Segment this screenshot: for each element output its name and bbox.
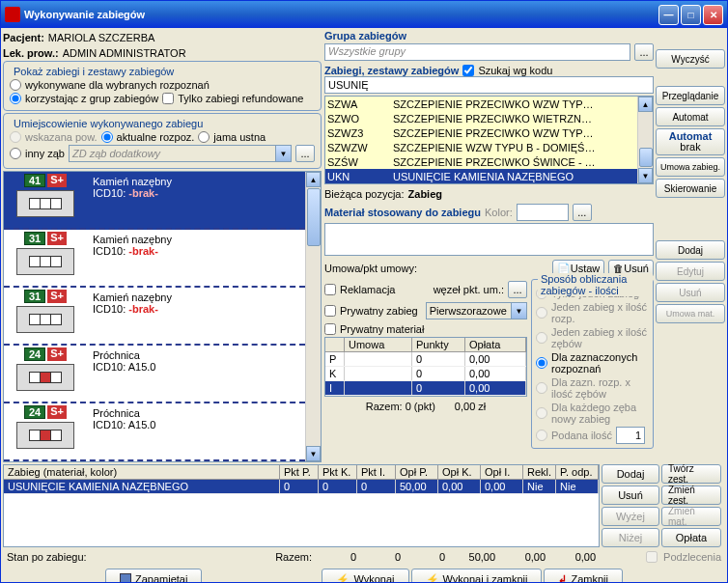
table-row[interactable]: USUNIĘCIE KAMIENIA NAZĘBNEGO00050,000,00… [4,480,599,494]
loc-opt4-radio[interactable] [10,148,21,159]
close-arrow-icon: ↲ [558,573,567,583]
loc-opt1-radio[interactable] [10,131,21,143]
loc-group-title: Umiejscowienie wykonywanego zabiegu [10,118,207,129]
automat-brak-button[interactable]: Automatbrak [656,128,725,155]
scroll-thumb[interactable] [639,148,653,167]
zamknij-button[interactable]: ↲Zamknij [544,569,623,582]
titlebar: Wykonywanie zabiegów — □ ✕ [1,1,727,28]
loc-combo[interactable]: ZD ząb dodatkowy ▼ [69,145,292,162]
bg-zmienmat-button[interactable]: Zmień mat. [661,507,721,526]
grupa-input[interactable]: Wszystkie grupy [324,43,630,61]
bolt-icon: ⚡ [426,573,439,583]
procedure-item[interactable]: 31 S+ Kamień nazębny ICD10: -brak- [4,288,305,346]
scrollbar[interactable]: ▲ ▼ [305,172,321,461]
codelist-scrollbar[interactable]: ▲ ▼ [637,97,653,183]
sposob-radio-4[interactable] [536,382,547,394]
sposob-label-3: Dla zaznaczonych rozpoznań [551,351,649,375]
umowa-zabieg-button[interactable]: Umowa zabieg. [656,157,725,177]
procedure-item[interactable]: 31 S+ Kamień nazębny ICD10: -brak- [4,230,305,288]
wyczysc-button[interactable]: Wyczyść [656,49,725,69]
scroll-down-icon[interactable]: ▼ [306,446,321,461]
loc-opt2-radio[interactable] [101,131,113,143]
procedure-item[interactable]: 24 S+ Próchnica ICD10: A15.0 [4,346,305,403]
loc-more-button[interactable]: ... [295,145,315,162]
th: P. odp. [556,465,599,479]
search-code-label: Szukaj wg kodu [478,65,552,76]
scroll-up-icon[interactable]: ▲ [306,172,321,187]
bg-nizej-button[interactable]: Niżej [602,528,659,547]
bg-dodaj-button[interactable]: Dodaj [602,464,659,484]
minimize-button[interactable]: — [658,5,679,25]
loc-opt3-radio[interactable] [198,131,210,143]
reklamacja-checkbox[interactable] [324,284,336,295]
th: Pkt K. [319,465,357,479]
show-opt1-label: wykonywane dla wybranych rozpoznań [25,79,210,91]
list-item[interactable]: UKNUSUNIĘCIE KAMIENIA NAZĘBNEGO [325,169,637,183]
wykonaj-zamknij-button[interactable]: ⚡Wykonaj i zamknij [411,569,543,582]
list-item[interactable]: SZWASZCZEPIENIE PRZECIWKO WZW TYP… [325,97,637,111]
list-item[interactable]: SZWZWSZCZEPIENIE WZW TYPU B - DOMIĘŚ… [325,140,637,154]
tooth-number: 24 [24,405,45,419]
status-label: Stan po zabiegu: [7,551,87,563]
refund-checkbox[interactable] [162,93,174,104]
wezel-more-button[interactable]: ... [508,281,527,298]
th: Pkt P. [280,465,319,479]
maximize-button[interactable]: □ [681,5,701,25]
td: 0,00 [481,480,523,493]
prywatny-material-label: Prywatny materiał [340,323,424,335]
show-opt1-radio[interactable] [10,79,21,91]
scroll-down-icon[interactable]: ▼ [638,168,653,183]
list-item[interactable]: SZŚWSZCZEPIENIE PRZECIWKO ŚWINCE - … [325,154,637,169]
bg-zmienzest-button[interactable]: Zmień zest. [661,486,721,505]
doctor-label: Lek. prow.: [3,47,59,59]
list-item[interactable]: SZWZ3SZCZEPIENIE PRZECIWKO WZW TYP… [325,125,637,140]
grupa-more-button[interactable]: ... [634,43,654,61]
s-badge: S+ [47,174,67,187]
sposob-radio-3[interactable] [536,357,547,369]
bg-oplata-button[interactable]: Opłata [661,528,721,547]
sposob-radio-2[interactable] [536,332,547,344]
scroll-up-icon[interactable]: ▲ [638,97,653,112]
table-row[interactable]: I00,00 [325,381,526,396]
loc-opt3-label: jama ustna [213,131,266,143]
podzlecenia-checkbox[interactable] [646,551,658,563]
sposob-radio-1[interactable] [536,307,547,319]
close-button[interactable]: ✕ [703,5,723,25]
search-code-checkbox[interactable] [462,65,474,76]
table-row[interactable]: P00,00 [325,352,526,367]
sposob-radio-6[interactable] [536,430,547,441]
scroll-thumb[interactable] [307,188,321,246]
table-row[interactable]: K00,00 [325,367,526,381]
tooth-number: 31 [24,232,45,245]
skierowanie-button[interactable]: Skierowanie [656,179,725,198]
umowa-mat-button[interactable]: Umowa mat. [656,304,725,323]
prywatny-zabieg-checkbox[interactable] [324,305,336,317]
bg-wyzej-button[interactable]: Wyżej [602,507,659,526]
edytuj-mat-button[interactable]: Edytuj [656,262,725,281]
wykonaj-button[interactable]: ⚡Wykonaj [322,569,408,582]
procedure-item[interactable]: 41 S+ Kamień nazębny ICD10: -brak- [4,172,305,230]
wezel-combo[interactable]: Pierwszorazowe▼ [426,302,527,319]
podana-input[interactable] [616,427,645,444]
sposob-radio-5[interactable] [536,407,547,419]
code-listbox[interactable]: SZWASZCZEPIENIE PRZECIWKO WZW TYP…SZWOSZ… [324,96,654,184]
bg-tworz-button[interactable]: Twórz zest. [661,464,721,484]
prywatny-material-checkbox[interactable] [324,323,336,335]
material-text[interactable] [324,223,654,256]
przegladanie-button[interactable]: Przeglądanie [656,86,725,105]
kolor-input[interactable] [517,204,569,221]
search-input[interactable] [324,76,654,94]
sposob-label-1: Jeden zabieg x ilość rozp. [551,301,649,324]
th: Opł P. [396,465,438,479]
show-opt2-radio[interactable] [10,93,21,104]
patient-label: Pacjent: [3,32,44,43]
automat-button[interactable]: Automat [656,107,725,126]
kolor-more-button[interactable]: ... [573,204,592,221]
dodaj-mat-button[interactable]: Dodaj [656,240,725,260]
bg-usun-button[interactable]: Usuń [602,486,659,505]
td: 0 [357,480,396,493]
list-item[interactable]: SZWOSZCZEPIENIE PRZECIWKO WIETRZN… [325,111,637,125]
usun-mat-button[interactable]: Usuń [656,283,725,302]
zapamietaj-button[interactable]: Zapamiętaj [105,569,202,582]
procedure-item[interactable]: 24 S+ Próchnica ICD10: A15.0 [4,403,305,461]
